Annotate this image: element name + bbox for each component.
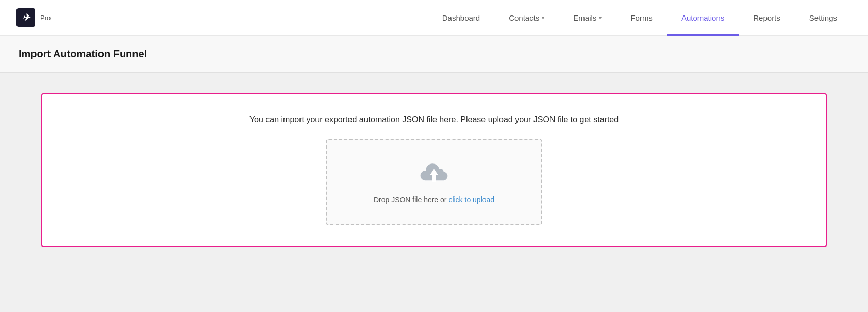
page-header: Import Automation Funnel [0,36,868,73]
nav-label-emails: Emails [573,13,596,22]
nav-item-contacts[interactable]: Contacts ▾ [494,0,559,36]
click-to-upload-link[interactable]: click to upload [448,195,494,204]
nav-item-reports[interactable]: Reports [739,0,795,36]
nav-item-dashboard[interactable]: Dashboard [428,0,494,36]
brand-section: ✈ Pro [16,8,51,27]
nav-item-forms[interactable]: Forms [616,0,667,36]
import-container: You can import your exported automation … [41,93,827,247]
pro-label: Pro [40,14,51,22]
chevron-down-icon: ▾ [542,15,544,21]
page-title: Import Automation Funnel [19,48,849,60]
file-drop-zone[interactable]: Drop JSON file here or click to upload [326,139,542,225]
logo-box[interactable]: ✈ [16,8,35,27]
nav-item-emails[interactable]: Emails ▾ [559,0,616,36]
drop-zone-text: Drop JSON file here or click to upload [374,195,494,204]
main-content: You can import your exported automation … [0,73,868,312]
nav-item-settings[interactable]: Settings [795,0,852,36]
cloud-upload-svg [418,159,450,188]
nav-menu: Dashboard Contacts ▾ Emails ▾ Forms Auto… [428,0,852,36]
nav-item-automations[interactable]: Automations [667,0,739,36]
navbar: ✈ Pro Dashboard Contacts ▾ Emails ▾ Form… [0,0,868,36]
nav-label-reports: Reports [753,13,780,22]
nav-label-automations: Automations [681,13,724,22]
nav-label-forms: Forms [630,13,653,22]
logo-icon: ✈ [22,12,30,23]
nav-label-settings: Settings [809,13,837,22]
import-description: You can import your exported automation … [249,115,619,124]
nav-label-contacts: Contacts [509,13,539,22]
chevron-down-icon: ▾ [599,15,602,21]
cloud-upload-icon [418,160,450,187]
nav-label-dashboard: Dashboard [442,13,480,22]
drop-zone-label: Drop JSON file here or [374,195,449,204]
